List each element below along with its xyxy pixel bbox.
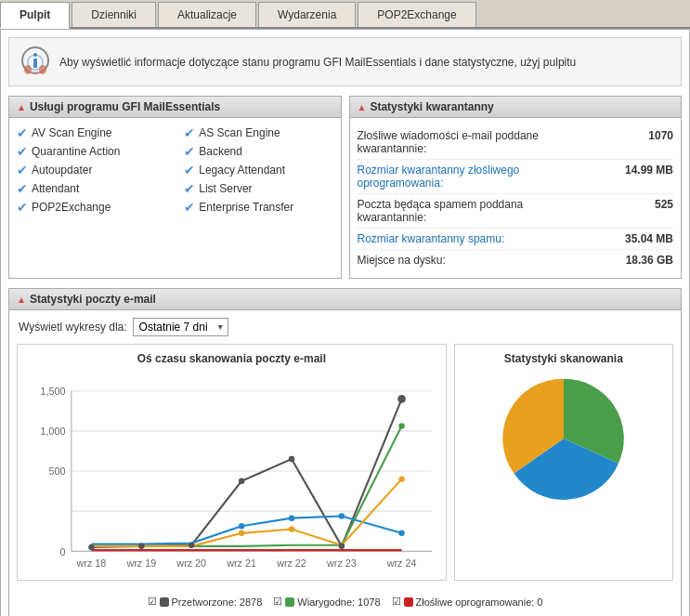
qstat-row-0: Złośliwe wiadomości e-mail poddane kwara… (358, 125, 674, 160)
svg-text:wrz 19: wrz 19 (125, 557, 156, 569)
tab-dzienniki[interactable]: Dzienniki (72, 2, 156, 27)
svg-text:wrz 24: wrz 24 (386, 557, 417, 569)
info-icon (20, 46, 50, 78)
tab-aktualizacje[interactable]: Aktualizacje (158, 2, 256, 27)
email-stats-title: Statystyki poczty e-mail (30, 293, 156, 306)
svg-point-3 (24, 65, 32, 74)
services-panel-title: Usługi programu GFI MailEssentials (30, 100, 220, 113)
service-label-enterprise-transfer: Enterprise Transfer (199, 201, 293, 214)
svg-point-32 (289, 515, 294, 520)
quarantine-panel-title: Statystyki kwarantanny (370, 100, 493, 113)
qstat-value-2: 525 (655, 198, 673, 224)
tab-pop2exchange[interactable]: POP2Exchange (358, 2, 475, 27)
check-icon-quarantine: ✔ (17, 144, 28, 159)
legend-row-1: ☑ Przetworzone: 2878 ☑ Wiarygodne: 1078 … (17, 592, 673, 611)
service-label-backend: Backend (199, 145, 242, 158)
svg-point-4 (39, 65, 46, 74)
check-icon-legacy: ✔ (184, 163, 195, 177)
svg-point-24 (88, 544, 94, 550)
quarantine-panel: ▲ Statystyki kwarantanny Złośliwe wiadom… (349, 96, 683, 279)
legend-area: ☑ Przetworzone: 2878 ☑ Wiarygodne: 1078 … (9, 588, 681, 616)
check-icon-attendant: ✔ (17, 181, 28, 196)
legend-check-wiarygodne: ☑ (273, 596, 282, 608)
legend-dot-przetworzone (160, 597, 169, 607)
service-label-autoupdater: Autoupdater (32, 164, 92, 177)
services-panel-body: ✔ AV Scan Engine ✔ AS Scan Engine ✔ Quar… (9, 118, 341, 222)
svg-text:wrz 20: wrz 20 (176, 557, 206, 569)
service-label-pop2exchange: POP2Exchange (32, 201, 111, 214)
svg-point-30 (397, 395, 406, 403)
service-label-quarantine-action: Quarantine Action (32, 145, 120, 158)
dropdown-label: Wyświetl wykresy dla: (19, 321, 127, 334)
qstat-row-4: Miejsce na dysku: 18.36 GB (358, 250, 674, 270)
service-av-scan-engine: ✔ AV Scan Engine (17, 125, 165, 140)
qstat-label-3[interactable]: Rozmiar kwarantanny spamu: (358, 232, 505, 245)
svg-point-31 (239, 523, 244, 529)
svg-point-36 (289, 526, 294, 531)
info-bar: Aby wyświetlić informacje dotyczące stan… (8, 37, 682, 86)
tab-pulpit[interactable]: Pulpit (0, 2, 70, 29)
svg-point-28 (289, 456, 294, 462)
service-attendant: ✔ Attendant (17, 181, 165, 196)
panels-row: ▲ Usługi programu GFI MailEssentials ✔ A… (8, 96, 682, 279)
legend-value-wiarygodne: 1078 (358, 596, 380, 608)
period-dropdown[interactable]: Ostatnie 7 dni (133, 318, 228, 336)
legend-check-zlosliwe: ☑ (392, 596, 401, 608)
legend-label-przetworzone: Przetworzone: (172, 596, 237, 608)
services-panel: ▲ Usługi programu GFI MailEssentials ✔ A… (8, 96, 342, 279)
legend-dot-wiarygodne (285, 597, 294, 607)
svg-point-34 (398, 531, 404, 536)
qstat-value-0: 1070 (648, 129, 673, 155)
svg-point-38 (398, 423, 404, 428)
check-icon-as: ✔ (184, 125, 195, 140)
legend-item-przetworzone: ☑ Przetworzone: 2878 (148, 596, 263, 608)
qstat-label-2: Poczta będąca spamem poddana kwarantanni… (358, 198, 562, 224)
service-label-list-server: List Server (199, 182, 252, 195)
svg-text:0: 0 (59, 546, 65, 557)
charts-area: Oś czasu skanowania poczty e-mail 1,500 … (9, 344, 681, 588)
dropdown-wrapper: Ostatnie 7 dni (133, 318, 228, 336)
quarantine-panel-body: Złośliwe wiadomości e-mail poddane kwara… (350, 118, 682, 278)
service-as-scan-engine: ✔ AS Scan Engine (184, 125, 332, 140)
svg-text:500: 500 (48, 465, 65, 477)
line-chart-title: Oś czasu skanowania poczty e-mail (21, 348, 442, 369)
svg-point-27 (239, 478, 244, 484)
svg-text:wrz 21: wrz 21 (226, 557, 256, 569)
svg-text:wrz 22: wrz 22 (276, 557, 306, 569)
service-autoupdater: ✔ Autoupdater (17, 163, 165, 177)
service-label-as-scan-engine: AS Scan Engine (199, 126, 280, 139)
svg-point-37 (398, 476, 404, 481)
legend-row-2: ☑ Filtrowanie zawartości: 947 ☑ Spam: 85… (17, 611, 673, 616)
check-icon-pop2exchange: ✔ (17, 200, 28, 215)
qstat-label-1[interactable]: Rozmiar kwarantanny złośliwego oprogramo… (358, 164, 562, 190)
qstat-row-1: Rozmiar kwarantanny złośliwego oprogramo… (358, 160, 674, 194)
quarantine-panel-header: ▲ Statystyki kwarantanny (350, 97, 682, 118)
check-icon-av: ✔ (17, 125, 28, 140)
qstat-value-4: 18.36 GB (626, 254, 673, 267)
service-pop2exchange: ✔ POP2Exchange (17, 200, 165, 215)
service-list-server: ✔ List Server (184, 181, 332, 196)
chart-controls: Wyświetl wykresy dla: Ostatnie 7 dni (9, 310, 681, 344)
legend-label-zlosliwe: Złośliwe oprogramowanie: (416, 596, 535, 608)
svg-point-25 (138, 544, 144, 549)
main-content: Aby wyświetlić informacje dotyczące stan… (0, 29, 690, 616)
service-backend: ✔ Backend (184, 144, 332, 159)
legend-label-wiarygodne: Wiarygodne: (297, 596, 355, 608)
email-stats-triangle-icon: ▲ (17, 295, 26, 305)
email-stats-header: ▲ Statystyki poczty e-mail (9, 289, 681, 310)
service-enterprise-transfer: ✔ Enterprise Transfer (184, 200, 332, 215)
legend-item-wiarygodne: ☑ Wiarygodne: 1078 (273, 596, 380, 608)
tab-wydarzenia[interactable]: Wydarzenia (258, 2, 356, 27)
services-panel-header: ▲ Usługi programu GFI MailEssentials (9, 97, 341, 118)
line-chart-svg: 1,500 1,000 500 0 wrz 18 wrz 19 wrz 20 w… (21, 369, 442, 573)
check-icon-list-server: ✔ (184, 181, 195, 196)
svg-point-35 (239, 531, 244, 536)
legend-item-zlosliwe: ☑ Złośliwe oprogramowanie: 0 (392, 596, 543, 608)
quarantine-triangle-icon: ▲ (358, 102, 367, 112)
svg-point-33 (339, 513, 345, 518)
svg-text:wrz 18: wrz 18 (76, 557, 107, 569)
service-label-legacy-attendant: Legacy Attendant (199, 164, 285, 177)
line-chart-container: Oś czasu skanowania poczty e-mail 1,500 … (17, 344, 447, 581)
pie-chart-title: Statystyki skanowania (504, 348, 623, 369)
legend-value-zlosliwe: 0 (537, 596, 542, 608)
